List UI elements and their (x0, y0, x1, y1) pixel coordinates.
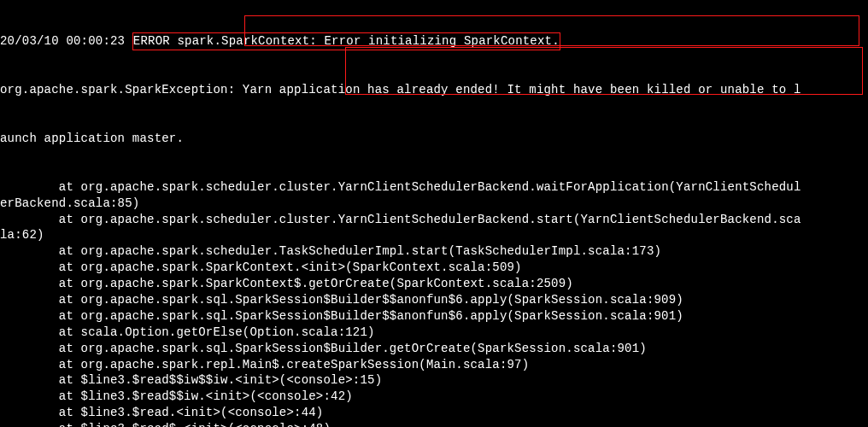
stack-line: at scala.Option.getOrElse(Option.scala:1… (0, 325, 868, 341)
stack-line: at org.apache.spark.repl.Main$.createSpa… (0, 357, 868, 373)
stack-line-highlight: YarnClientSchedulerBackend.start(YarnCli… (338, 213, 801, 226)
stack-line-prefix: at org.apache.spark.sql.SparkSession$Bui… (0, 293, 683, 307)
stack-line: at org.apache.spark.scheduler.TaskSchedu… (0, 243, 868, 260)
stack-line-prefix: at org.apache.spark.sql.SparkSession$Bui… (0, 309, 683, 323)
stack-line-prefix: erBackend.scala:85) (0, 196, 139, 210)
stack-line-prefix: at org.apache.spark.SparkContext.<init>(… (0, 260, 522, 274)
stack-line-prefix: at $line3.$read.<init>(<console>:44) (0, 406, 323, 419)
exception-message-part2: aunch application master. (0, 132, 184, 145)
stack-line-prefix: at org.apache.spark.sql.SparkSession$Bui… (0, 342, 647, 355)
stack-line-prefix: at org.apache.spark.SparkContext$.getOrC… (0, 277, 573, 290)
stack-line-prefix: at org.apache.spark.scheduler.TaskSchedu… (0, 244, 661, 258)
stack-line-prefix: at org.apache.spark.repl.Main$.createSpa… (0, 358, 529, 371)
terminal-output: 20/03/10 00:00:23 ERROR spark.SparkConte… (0, 0, 868, 427)
stack-line: at $line3.$read.<init>(<console>:44) (0, 405, 868, 421)
stack-line: at org.apache.spark.sql.SparkSession$Bui… (0, 308, 868, 325)
exception-message-part1: Yarn application has already ended! It m… (243, 83, 801, 97)
timestamp: 20/03/10 00:00:23 (0, 34, 125, 48)
stack-line-prefix: at scala.Option.getOrElse(Option.scala:1… (0, 325, 375, 339)
stack-line: at $line3.$read$$iw$$iw.<init>(<console>… (0, 372, 868, 389)
stack-line-prefix: at $line3.$read$$iw$$iw.<init>(<console>… (0, 373, 382, 387)
stack-line: at org.apache.spark.scheduler.cluster.Ya… (0, 212, 868, 228)
stack-line-prefix: at org.apache.spark.scheduler.cluster. (0, 180, 338, 194)
stack-line: at org.apache.spark.sql.SparkSession$Bui… (0, 292, 868, 308)
stack-line: at org.apache.spark.SparkContext$.getOrC… (0, 276, 868, 292)
stack-line-prefix: at $line3.$read$$iw.<init>(<console>:42) (0, 389, 353, 403)
stack-line-highlight: YarnClientSchedulerBackend.waitForApplic… (338, 180, 801, 194)
exception-line-1: org.apache.spark.SparkException: Yarn ap… (0, 82, 868, 98)
stack-line: erBackend.scala:85) (0, 196, 868, 212)
stack-line: at $line3.$read$.<init>(<console>:48) (0, 421, 868, 427)
log-header-line: 20/03/10 00:00:23 ERROR spark.SparkConte… (0, 32, 868, 50)
stack-line: at org.apache.spark.sql.SparkSession$Bui… (0, 341, 868, 357)
exception-line-2: aunch application master. (0, 131, 868, 147)
stack-line: at org.apache.spark.SparkContext.<init>(… (0, 260, 868, 276)
stack-line-prefix: at $line3.$read$.<init>(<console>:48) (0, 422, 331, 427)
stack-line-prefix: at org.apache.spark.scheduler.cluster. (0, 213, 338, 226)
stack-line: la:62) (0, 227, 868, 243)
error-header-highlight: ERROR spark.SparkContext: Error initiali… (132, 32, 560, 50)
stack-line: at org.apache.spark.scheduler.cluster.Ya… (0, 179, 868, 196)
stack-line-prefix: la:62) (0, 228, 44, 242)
stack-line: at $line3.$read$$iw.<init>(<console>:42) (0, 389, 868, 405)
